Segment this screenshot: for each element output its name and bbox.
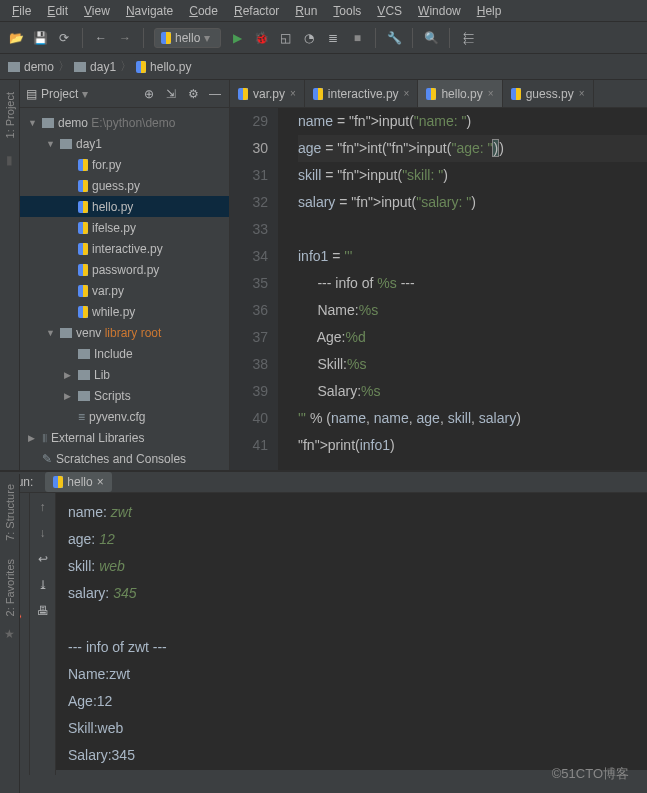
locate-icon[interactable]: ⊕ — [141, 86, 157, 102]
editor-tab[interactable]: interactive.py× — [305, 80, 419, 107]
menu-code[interactable]: Code — [181, 2, 226, 20]
tree-item[interactable]: hello.py — [20, 196, 229, 217]
save-icon[interactable]: 💾 — [32, 30, 48, 46]
up-icon[interactable]: ↑ — [35, 499, 51, 515]
editor-tabs: var.py×interactive.py×hello.py×guess.py× — [230, 80, 647, 108]
close-icon[interactable]: × — [579, 88, 585, 99]
menu-vcs[interactable]: VCS — [369, 2, 410, 20]
gear-icon[interactable]: ⚙ — [185, 86, 201, 102]
console-output[interactable]: name: zwtage: 12skill: websalary: 345 --… — [56, 493, 647, 775]
tree-item[interactable]: ▶Scripts — [20, 385, 229, 406]
editor-tab[interactable]: var.py× — [230, 80, 305, 107]
tree-item[interactable]: guess.py — [20, 175, 229, 196]
py-icon — [78, 306, 88, 318]
folder-icon — [60, 328, 72, 338]
breadcrumb-item[interactable]: demo — [8, 60, 54, 74]
tree-item[interactable]: ▼demo E:\python\demo — [20, 112, 229, 133]
gutter: 29303132333435363738394041 — [230, 108, 278, 470]
run-config-label: hello — [175, 31, 200, 45]
tree-item[interactable]: Include — [20, 343, 229, 364]
py-icon — [78, 180, 88, 192]
python-icon — [136, 61, 146, 73]
search-icon[interactable]: 🔍 — [423, 30, 439, 46]
tree-item[interactable]: ▶Lib — [20, 364, 229, 385]
tree-item[interactable]: ▼day1 — [20, 133, 229, 154]
tree-item[interactable]: for.py — [20, 154, 229, 175]
wrap-icon[interactable]: ↩ — [35, 551, 51, 567]
watermark: ©51CTO博客 — [552, 765, 629, 783]
run-panel: Run: hello × ▶ ■ ⏸ ⬚ 📌 🗑 ↑ ↓ ↩ ⤓ 🖶 name:… — [0, 470, 647, 770]
breadcrumb: demo〉day1〉hello.py — [0, 54, 647, 80]
close-icon[interactable]: × — [404, 88, 410, 99]
run-tab-label: hello — [67, 475, 92, 489]
folder-icon — [60, 139, 72, 149]
menu-window[interactable]: Window — [410, 2, 469, 20]
tree-item[interactable]: ✎Scratches and Consoles — [20, 448, 229, 469]
concurrent-icon[interactable]: ≣ — [325, 30, 341, 46]
project-tree[interactable]: ▼demo E:\python\demo▼day1for.pyguess.pyh… — [20, 108, 229, 470]
open-icon[interactable]: 📂 — [8, 30, 24, 46]
scroll-icon[interactable]: ⤓ — [35, 577, 51, 593]
back-icon[interactable]: ← — [93, 30, 109, 46]
hide-icon[interactable]: — — [207, 86, 223, 102]
editor-tab[interactable]: guess.py× — [503, 80, 594, 107]
py-icon — [78, 285, 88, 297]
chevron-down-icon: ▾ — [204, 31, 210, 45]
menu-navigate[interactable]: Navigate — [118, 2, 181, 20]
refresh-icon[interactable]: ⟳ — [56, 30, 72, 46]
py-icon — [78, 222, 88, 234]
tree-item[interactable]: var.py — [20, 280, 229, 301]
py-icon — [78, 243, 88, 255]
breadcrumb-item[interactable]: day1 — [74, 60, 116, 74]
collapse-icon[interactable]: ⇲ — [163, 86, 179, 102]
print-icon[interactable]: 🖶 — [35, 603, 51, 619]
structure-tool-button[interactable]: 7: Structure — [2, 476, 18, 549]
project-sidebar: ▤Project▾ ⊕ ⇲ ⚙ — ▼demo E:\python\demo▼d… — [20, 80, 230, 470]
debug-icon[interactable]: 🐞 — [253, 30, 269, 46]
code-content[interactable]: name = "fn">input("name: ")age = "fn">in… — [278, 108, 647, 470]
tree-item[interactable]: ▼venv library root — [20, 322, 229, 343]
close-icon[interactable]: × — [488, 88, 494, 99]
profile-icon[interactable]: ◔ — [301, 30, 317, 46]
tree-item[interactable]: ▶⫴External Libraries — [20, 427, 229, 448]
run-tab[interactable]: hello × — [45, 472, 111, 492]
breadcrumb-item[interactable]: hello.py — [136, 60, 191, 74]
menu-help[interactable]: Help — [469, 2, 510, 20]
coverage-icon[interactable]: ◱ — [277, 30, 293, 46]
menu-view[interactable]: View — [76, 2, 118, 20]
close-icon[interactable]: × — [97, 475, 104, 489]
star-icon[interactable]: ★ — [2, 626, 18, 642]
favorites-tool-button[interactable]: 2: Favorites — [2, 551, 18, 624]
menu-tools[interactable]: Tools — [325, 2, 369, 20]
code-area[interactable]: 29303132333435363738394041 name = "fn">i… — [230, 108, 647, 470]
menu-run[interactable]: Run — [287, 2, 325, 20]
python-icon — [313, 88, 323, 100]
tree-item[interactable]: password.py — [20, 259, 229, 280]
python-icon — [511, 88, 521, 100]
stop-icon[interactable]: ■ — [349, 30, 365, 46]
menu-file[interactable]: File — [4, 2, 39, 20]
settings-icon[interactable]: 🔧 — [386, 30, 402, 46]
down-icon[interactable]: ↓ — [35, 525, 51, 541]
close-icon[interactable]: × — [290, 88, 296, 99]
python-icon — [161, 32, 171, 44]
tree-item[interactable]: ifelse.py — [20, 217, 229, 238]
editor-tab[interactable]: hello.py× — [418, 80, 502, 107]
run-icon[interactable]: ▶ — [229, 30, 245, 46]
menu-refactor[interactable]: Refactor — [226, 2, 287, 20]
left-tool-rail: 1: Project ▮ — [0, 80, 20, 470]
editor: var.py×interactive.py×hello.py×guess.py×… — [230, 80, 647, 470]
tree-item[interactable]: ≡pyvenv.cfg — [20, 406, 229, 427]
structure-icon[interactable]: ⬱ — [460, 30, 476, 46]
python-icon — [238, 88, 248, 100]
run-config-selector[interactable]: hello ▾ — [154, 28, 221, 48]
run-subtoolbar: ↑ ↓ ↩ ⤓ 🖶 — [30, 493, 56, 775]
project-tool-button[interactable]: 1: Project — [2, 84, 18, 146]
folder-icon — [42, 118, 54, 128]
folder-icon — [78, 391, 90, 401]
tree-item[interactable]: while.py — [20, 301, 229, 322]
tree-item[interactable]: interactive.py — [20, 238, 229, 259]
forward-icon[interactable]: → — [117, 30, 133, 46]
menu-edit[interactable]: Edit — [39, 2, 76, 20]
bookmark-icon[interactable]: ▮ — [2, 152, 18, 168]
